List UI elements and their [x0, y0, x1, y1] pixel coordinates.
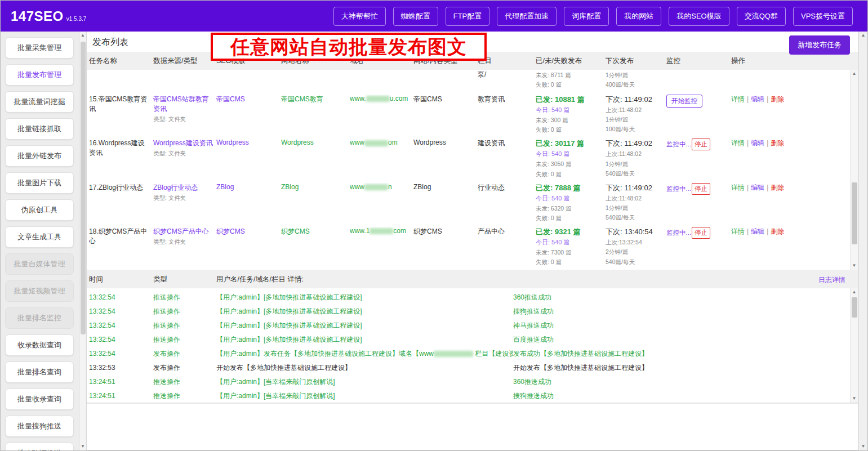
navbar-item-2[interactable]: 蜘蛛配置 — [393, 7, 438, 26]
scroll-up-icon[interactable]: ▲ — [851, 288, 858, 296]
navbar-item-9[interactable]: VPS拨号设置 — [793, 7, 853, 26]
sidebar-item[interactable]: 批量流量词挖掘 — [5, 91, 74, 113]
log-scroll-thumb[interactable] — [852, 297, 857, 318]
sidebar-item[interactable]: 批量搜狗推送 — [5, 416, 74, 437]
data-source-cell: 帝国CMS站群教育资讯类型: 文件夹 — [153, 95, 216, 134]
monitoring-status: 监控中... — [666, 141, 691, 148]
sidebar-item[interactable]: 收录数据查询 — [5, 334, 74, 356]
scroll-up-icon[interactable]: ▲ — [80, 32, 86, 39]
sidebar-item[interactable]: 批量排名查询 — [5, 361, 74, 383]
source-path[interactable]: ZBlog行业动态 — [153, 183, 213, 193]
stop-monitor-button[interactable]: 停止 — [692, 139, 710, 150]
log-detail-text: 【用户:admin】[多地加快推进基础设施工程建设] — [216, 293, 362, 301]
sidebar-item[interactable]: 批量外链发布 — [5, 145, 74, 167]
log-domain-redacted — [434, 351, 473, 357]
published-count: 已发: 9321 篇 — [536, 227, 602, 237]
publish-stats-cell: 已发: 9321 篇今日: 540 篇未发: 7300 篇失败: 0 篇 — [536, 227, 606, 266]
data-source-cell: ZBlog行业动态类型: 文件夹 — [153, 183, 216, 222]
version-label: v1.5.3.7 — [66, 16, 87, 22]
sidebar-scrollbar[interactable]: ▲ ▼ — [79, 32, 86, 450]
sidebar-item[interactable]: 搜狗验证推送 — [5, 443, 74, 450]
today-count: 今日: 540 篇 — [536, 106, 602, 115]
delete-link[interactable]: 删除 — [771, 139, 784, 147]
unpublished-count: 未发: 7300 篇 — [536, 248, 602, 257]
scroll-down-icon[interactable]: ▼ — [851, 262, 858, 270]
delete-link[interactable]: 删除 — [771, 227, 784, 235]
sidebar-item[interactable]: 伪原创工具 — [5, 199, 74, 221]
domain-suffix: om — [388, 139, 398, 146]
seo-template-cell[interactable]: ZBlog — [216, 183, 281, 222]
sidebar-item[interactable]: 文章生成工具 — [5, 226, 74, 248]
scroll-up-icon[interactable]: ▲ — [851, 70, 858, 78]
edit-link[interactable]: 编辑 — [751, 95, 764, 103]
seo-template-cell[interactable]: 织梦CMS — [216, 227, 281, 266]
scroll-down-icon[interactable]: ▼ — [851, 395, 858, 403]
log-scrollbar[interactable]: ▲ ▼ — [850, 288, 858, 403]
navbar-item-6[interactable]: 我的网站 — [616, 7, 661, 26]
navbar-item-5[interactable]: 词库配置 — [564, 7, 609, 26]
published-count: 已发: 7888 篇 — [536, 183, 602, 193]
failed-count: 失败: 0 篇 — [536, 81, 602, 89]
seo-template-cell[interactable]: 帝国CMS — [216, 95, 281, 134]
stop-monitor-button[interactable]: 停止 — [692, 227, 710, 239]
sidebar-item[interactable]: 批量链接抓取 — [5, 118, 74, 140]
delete-link[interactable]: 删除 — [771, 184, 784, 191]
navbar-item-3[interactable]: FTP配置 — [446, 7, 490, 26]
site-name-cell: 帝国CMS教育 — [281, 95, 350, 134]
sidebar-scroll-thumb[interactable] — [81, 42, 86, 334]
scroll-down-icon[interactable]: ▼ — [859, 443, 867, 450]
navbar-item-7[interactable]: 我的SEO模版 — [669, 7, 729, 26]
sidebar-item[interactable]: 批量发布管理 — [5, 64, 74, 86]
unpublished-count: 未发: 300 篇 — [536, 116, 602, 124]
sidebar-item[interactable]: 批量图片下载 — [5, 172, 74, 194]
source-path[interactable]: Wordpress建设资讯 — [153, 139, 213, 148]
domain-prefix: www — [350, 183, 364, 191]
navbar-item-8[interactable]: 交流QQ群 — [737, 7, 786, 26]
table-scrollbar[interactable]: ▲ ▼ — [850, 70, 858, 270]
delete-link[interactable]: 删除 — [771, 95, 784, 103]
page-scrollbar[interactable]: ▲ ▼ — [858, 32, 867, 450]
navbar-item-4[interactable]: 代理配置加速 — [497, 7, 557, 26]
stop-monitor-button[interactable]: 停止 — [692, 183, 710, 195]
edit-link[interactable]: 编辑 — [751, 184, 764, 191]
log-time: 13:32:54 — [89, 333, 153, 347]
log-result: 360推送成功 — [513, 291, 850, 305]
log-type: 推送操作 — [153, 375, 216, 389]
log-header-detail: 用户名/任务/域名/栏目 详情: — [216, 275, 513, 284]
edit-link[interactable]: 编辑 — [751, 227, 764, 235]
site-name-cell: Wordpress — [281, 139, 350, 178]
navbar-item-1[interactable]: 大神帮帮忙 — [333, 7, 386, 26]
action-separator: | — [767, 95, 768, 103]
last-time: 上次:11:48:02 — [606, 150, 663, 158]
log-result: 开始发布【多地加快推进基础设施工程建设】 — [513, 361, 850, 375]
content-type-cell: 织梦CMS — [413, 227, 478, 266]
table-row-partial: 类型: 文件夹泵/未发: 8711 篇失败: 0 篇1分钟/篇400篇/每天 — [87, 70, 850, 90]
detail-link[interactable]: 详情 — [731, 95, 745, 103]
start-monitor-button[interactable]: 开始监控 — [666, 95, 702, 108]
scroll-down-icon[interactable]: ▼ — [80, 443, 86, 450]
detail-link[interactable]: 详情 — [731, 184, 745, 191]
detail-link[interactable]: 详情 — [731, 139, 745, 147]
edit-link[interactable]: 编辑 — [751, 139, 764, 147]
log-detail-suffix: 栏目【建设资讯】 — [473, 350, 513, 358]
log-header: 时间 类型 用户名/任务/域名/栏目 详情: 日志详情 — [87, 270, 858, 288]
data-source-cell: Wordpress建设资讯类型: 文件夹 — [153, 139, 216, 178]
source-path[interactable]: 帝国CMS站群教育资讯 — [153, 95, 213, 114]
new-task-button[interactable]: 新增发布任务 — [789, 35, 850, 55]
table-header-cell: 下次发布 — [606, 56, 666, 66]
action-separator: | — [747, 139, 749, 147]
column-cell: 教育资讯 — [478, 95, 536, 134]
today-count: 今日: 540 篇 — [536, 194, 602, 203]
table-scroll-thumb[interactable] — [852, 182, 857, 244]
sidebar-item[interactable]: 批量收录查询 — [5, 389, 74, 410]
daily-limit: 540篇/每天 — [606, 258, 663, 266]
log-row: 13:32:54推送操作【用户:admin】[多地加快推进基础设施工程建设]百度… — [87, 333, 850, 347]
detail-link[interactable]: 详情 — [731, 227, 745, 235]
log-result: 百度推送成功 — [513, 333, 850, 347]
sidebar-item[interactable]: 批量采集管理 — [5, 37, 74, 59]
source-path[interactable]: 织梦CMS产品中心 — [153, 227, 213, 236]
monitoring-status: 监控中... — [666, 185, 691, 192]
log-detail-link[interactable]: 日志详情 — [818, 275, 845, 285]
scroll-up-icon[interactable]: ▲ — [859, 32, 867, 39]
seo-template-cell[interactable]: Wordpress — [216, 139, 281, 178]
